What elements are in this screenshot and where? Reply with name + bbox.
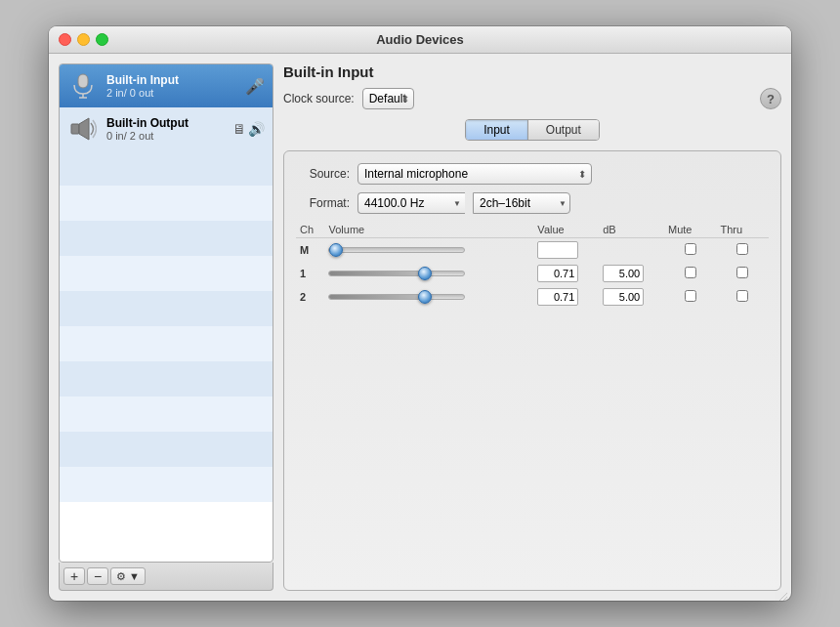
- main-window: Audio Devices: [49, 26, 791, 601]
- col-header-thru: Thru: [716, 222, 769, 238]
- master-mute-checkbox[interactable]: [685, 243, 696, 255]
- mic-right-icon: 🎤: [245, 77, 265, 96]
- ch1-value-cell: [533, 262, 599, 285]
- device-item-builtin-input[interactable]: Built-in Input 2 in/ 0 out 🎤: [60, 64, 273, 107]
- source-label: Source:: [296, 167, 350, 181]
- master-thru-checkbox[interactable]: [736, 243, 748, 255]
- ch2-mute-checkbox[interactable]: [685, 290, 696, 302]
- settings-button[interactable]: ⚙ ▼: [110, 567, 146, 585]
- ch1-db-cell: [599, 262, 664, 285]
- source-row: Source: Internal microphone: [296, 163, 769, 185]
- help-button[interactable]: ?: [760, 88, 781, 109]
- selected-device-title: Built-in Input: [283, 63, 781, 80]
- ch1-mute-checkbox[interactable]: [685, 267, 696, 278]
- master-thru-cell: [716, 238, 769, 263]
- tab-group: Input Output: [465, 119, 600, 141]
- output-device-name: Built-in Output: [106, 116, 232, 130]
- format-bits-select-wrapper: 2ch–16bit: [473, 192, 570, 214]
- master-db-cell: [599, 238, 664, 263]
- add-device-button[interactable]: +: [63, 567, 85, 585]
- clock-source-row: Clock source: Default ?: [283, 88, 781, 109]
- format-bits-select[interactable]: 2ch–16bit: [473, 192, 570, 214]
- master-volume-slider-cell: [324, 238, 533, 263]
- settings-area: Source: Internal microphone Format: 4410…: [283, 150, 781, 591]
- resize-handle-icon[interactable]: [776, 593, 787, 601]
- ch2-value-cell: [533, 285, 599, 309]
- ch2-mute-cell: [664, 285, 716, 309]
- ch2-db-cell: [599, 285, 664, 309]
- table-row: M: [296, 238, 769, 263]
- empty-row: [60, 467, 273, 502]
- source-select[interactable]: Internal microphone: [357, 163, 592, 185]
- col-header-ch: Ch: [296, 222, 324, 238]
- empty-row: [60, 432, 273, 467]
- master-mute-cell: [664, 238, 716, 263]
- channel-label-m: M: [296, 238, 324, 263]
- master-value-cell: [533, 238, 599, 263]
- clock-source-label: Clock source:: [283, 92, 355, 105]
- empty-row: [60, 150, 273, 186]
- ch2-slider-thumb[interactable]: [418, 290, 432, 304]
- window-controls: [59, 33, 108, 46]
- ch2-db-input[interactable]: [603, 288, 644, 306]
- master-value-input[interactable]: [537, 241, 578, 259]
- empty-row: [60, 256, 273, 291]
- col-header-mute: Mute: [664, 222, 716, 238]
- device-list: Built-in Input 2 in/ 0 out 🎤: [59, 63, 273, 563]
- format-hz-select[interactable]: 44100.0 Hz: [357, 192, 465, 214]
- format-label: Format:: [296, 196, 350, 210]
- ch2-value-input[interactable]: [537, 288, 578, 306]
- device-name: Built-in Input: [106, 73, 245, 87]
- svg-line-5: [776, 593, 787, 601]
- ch1-value-input[interactable]: [537, 265, 578, 282]
- device-info: Built-in Input 2 in/ 0 out: [106, 73, 245, 99]
- source-select-wrapper: Internal microphone: [357, 163, 592, 185]
- titlebar: Audio Devices: [49, 26, 791, 54]
- table-row: 2: [296, 285, 769, 309]
- tab-output[interactable]: Output: [528, 120, 599, 140]
- minimize-button[interactable]: [77, 33, 90, 46]
- col-header-value: Value: [533, 222, 599, 238]
- ch2-slider-track[interactable]: [328, 294, 465, 300]
- ch1-thru-checkbox[interactable]: [736, 267, 748, 278]
- clock-source-select-wrapper: Default: [362, 88, 414, 109]
- empty-row: [60, 326, 273, 361]
- svg-marker-4: [79, 118, 89, 140]
- empty-row: [60, 397, 273, 432]
- channel-label-2: 2: [296, 285, 324, 309]
- table-row: 1: [296, 262, 769, 285]
- clock-source-select[interactable]: Default: [362, 88, 414, 109]
- ch1-mute-cell: [664, 262, 716, 285]
- format-row: Format: 44100.0 Hz 2ch–16bit: [296, 192, 769, 214]
- remove-device-button[interactable]: −: [87, 567, 108, 585]
- col-header-volume: Volume: [324, 222, 533, 238]
- speaker-right-icon: 🖥🔊: [232, 121, 265, 137]
- empty-row: [60, 186, 273, 221]
- device-list-toolbar: + − ⚙ ▼: [59, 563, 273, 591]
- empty-row: [60, 221, 273, 256]
- tab-input[interactable]: Input: [466, 120, 528, 140]
- empty-row: [60, 291, 273, 326]
- master-slider-track[interactable]: [328, 247, 465, 253]
- ch1-volume-cell: [324, 262, 533, 285]
- ch1-slider-thumb[interactable]: [418, 267, 432, 280]
- ch1-slider-track[interactable]: [328, 271, 465, 276]
- ch1-db-input[interactable]: [603, 265, 644, 282]
- col-header-db: dB: [599, 222, 664, 238]
- empty-row: [60, 361, 273, 397]
- left-panel: Built-in Input 2 in/ 0 out 🎤: [59, 63, 273, 591]
- device-info-output: Built-in Output 0 in/ 2 out: [106, 116, 232, 142]
- master-slider-thumb[interactable]: [329, 243, 343, 257]
- svg-rect-0: [78, 74, 88, 88]
- mic-icon: [67, 70, 99, 102]
- window-title: Audio Devices: [376, 32, 464, 47]
- channels-table: Ch Volume Value dB Mute Thru M: [296, 222, 769, 309]
- close-button[interactable]: [59, 33, 71, 46]
- speaker-icon: [67, 113, 99, 145]
- content-area: Built-in Input 2 in/ 0 out 🎤: [49, 54, 791, 601]
- maximize-button[interactable]: [96, 33, 108, 46]
- right-panel: Built-in Input Clock source: Default ? I…: [283, 63, 781, 591]
- device-item-builtin-output[interactable]: Built-in Output 0 in/ 2 out 🖥🔊: [60, 107, 273, 150]
- ch1-thru-cell: [716, 262, 769, 285]
- ch2-thru-checkbox[interactable]: [736, 290, 748, 302]
